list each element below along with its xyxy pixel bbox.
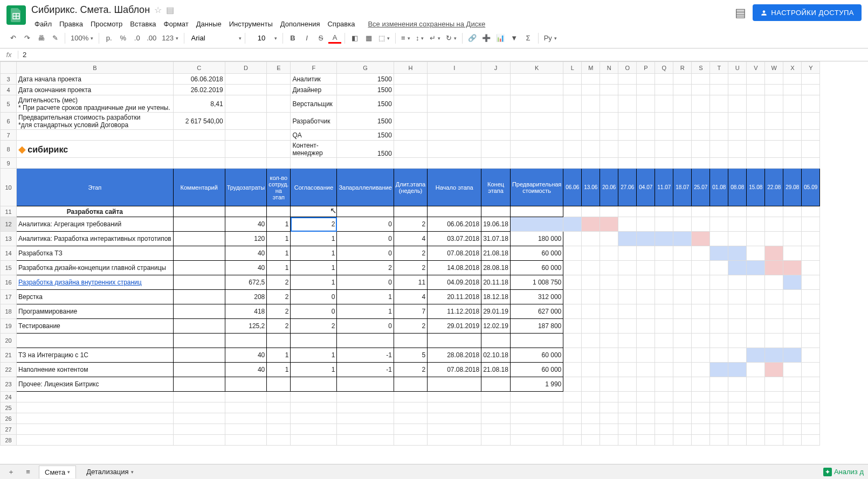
menu-view[interactable]: Просмотр <box>87 18 126 30</box>
merge-icon[interactable]: ⬚ <box>376 31 392 45</box>
comment-icon[interactable]: ➕ <box>480 31 493 45</box>
menu-tools[interactable]: Инструменты <box>226 18 276 30</box>
bold-icon[interactable]: B <box>286 31 299 45</box>
fontsize-select[interactable] <box>249 31 279 45</box>
move-icon[interactable]: ▤ <box>166 5 174 15</box>
fillcolor-icon[interactable]: ◧ <box>348 31 361 45</box>
toolbar: ↶ ↷ 🖶 ✎ 100% р. % .0 .00 123 B I S A ◧ ▦… <box>0 28 868 48</box>
sheets-logo[interactable] <box>6 5 26 25</box>
percent-icon[interactable]: % <box>116 31 129 45</box>
borders-icon[interactable]: ▦ <box>362 31 375 45</box>
wrap-icon[interactable]: ↵ <box>428 31 443 45</box>
inc-dec-icon[interactable]: .00 <box>144 31 159 45</box>
fx-label: fx <box>0 51 18 59</box>
menu-file[interactable]: Файл <box>31 18 55 30</box>
textcolor-icon[interactable]: A <box>328 33 341 44</box>
comments-icon[interactable]: ▤ <box>735 6 746 20</box>
dec-dec-icon[interactable]: .0 <box>130 31 143 45</box>
menu-help[interactable]: Справка <box>324 18 358 30</box>
halign-icon[interactable]: ≡ <box>399 31 412 45</box>
doc-title[interactable]: Сибирикс. Смета. Шаблон <box>31 4 150 16</box>
menu-addons[interactable]: Дополнения <box>277 18 323 30</box>
input-lang[interactable]: Ру <box>542 31 559 45</box>
chart-icon[interactable]: 📊 <box>494 31 507 45</box>
italic-icon[interactable]: I <box>300 31 313 45</box>
print-icon[interactable]: 🖶 <box>35 31 47 45</box>
rotate-icon[interactable]: ↻ <box>444 31 459 45</box>
zoom-select[interactable]: 100% <box>68 31 95 45</box>
filter-icon[interactable]: ▼ <box>508 31 521 45</box>
star-icon[interactable]: ☆ <box>154 5 162 15</box>
redo-icon[interactable]: ↷ <box>20 31 33 45</box>
currency-icon[interactable]: р. <box>102 31 115 45</box>
menu-format[interactable]: Формат <box>161 18 192 30</box>
functions-icon[interactable]: Σ <box>522 31 535 45</box>
numfmt-select[interactable]: 123 <box>160 31 181 45</box>
strike-icon[interactable]: S <box>314 31 327 45</box>
menu-data[interactable]: Данные <box>193 18 225 30</box>
valign-icon[interactable]: ↕ <box>414 31 426 45</box>
save-status[interactable]: Все изменения сохранены на Диске <box>364 18 488 30</box>
fx-input[interactable]: 2 <box>18 51 26 59</box>
share-button[interactable]: НАСТРОЙКИ ДОСТУПА <box>753 4 862 21</box>
font-select[interactable] <box>188 31 242 45</box>
link-icon[interactable]: 🔗 <box>466 31 479 45</box>
undo-icon[interactable]: ↶ <box>6 31 19 45</box>
menu-insert[interactable]: Вставка <box>127 18 159 30</box>
paint-format-icon[interactable]: ✎ <box>49 31 61 45</box>
menu-edit[interactable]: Правка <box>56 18 86 30</box>
